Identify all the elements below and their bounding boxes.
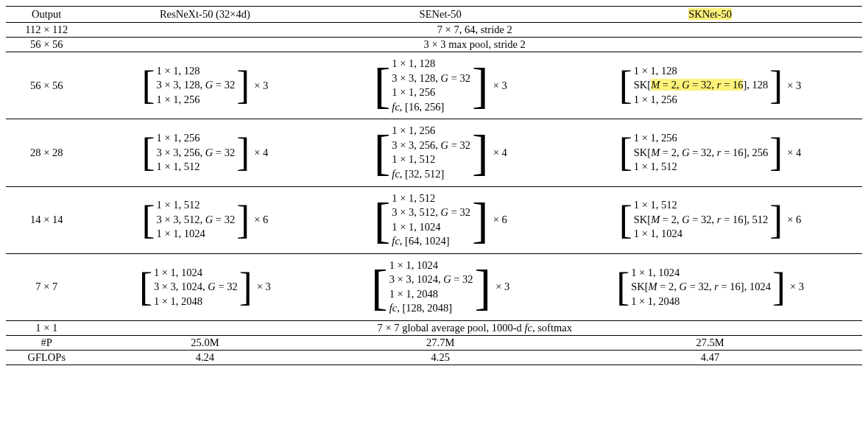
sknet-28-block: [ 1 × 1, 256 SK[M = 2, G = 32, r = 16], … (558, 119, 862, 186)
out-112: 112 × 112 (6, 23, 87, 38)
repeat-count: × 6 (493, 214, 507, 226)
cell-text: SK[M = 2, G = 32, r = 16], 128 (634, 78, 769, 93)
cell-text: 1 × 1, 2048 (389, 287, 438, 302)
repeat-count: × 3 (254, 80, 268, 92)
repeat-count: × 6 (787, 214, 801, 226)
header-senet: SENet-50 (322, 7, 558, 23)
senet-56-block: [ 1 × 1, 128 3 × 3, 128, G = 32 1 × 1, 2… (322, 52, 558, 119)
cell-text: 1 × 1, 256 (634, 131, 677, 146)
cell-text: 1 × 1, 256 (392, 124, 435, 138)
cell-text: 1 × 1, 512 (392, 152, 435, 167)
row-14: 14 × 14 [ 1 × 1, 512 3 × 3, 512, G = 32 … (6, 186, 862, 253)
header-output: Output (6, 7, 87, 23)
cell-text: fc, [64, 1024] (392, 234, 449, 249)
row-112: 112 × 112 7 × 7, 64, stride 2 (6, 23, 862, 38)
header-sknet: SKNet-50 (558, 7, 862, 23)
row-7: 7 × 7 [ 1 × 1, 1024 3 × 3, 1024, G = 32 … (6, 253, 862, 320)
cell-text: 1 × 1, 2048 (154, 295, 202, 309)
params-resnext: 25.0M (87, 336, 322, 351)
out-7: 7 × 7 (6, 253, 87, 320)
cell-text: 3 × 3, 128, G = 32 (157, 78, 236, 93)
maxpool: 3 × 3 max pool, stride 2 (87, 38, 862, 52)
cell-text: 1 × 1, 512 (634, 198, 677, 213)
cell-text: 1 × 1, 1024 (157, 227, 205, 242)
architecture-table: Output ResNeXt-50 (32×4d) SENet-50 SKNet… (6, 6, 862, 365)
cell-text: 1 × 1, 1024 (634, 227, 682, 242)
senet-7-block: [ 1 × 1, 1024 3 × 3, 1024, G = 32 1 × 1,… (322, 253, 558, 320)
repeat-count: × 4 (787, 147, 801, 159)
gflops-label: GFLOPs (6, 351, 87, 365)
cell-text: 1 × 1, 1024 (392, 220, 440, 235)
params-sknet: 27.5M (558, 336, 862, 351)
repeat-count: × 3 (493, 80, 507, 92)
cell-text: 1 × 1, 256 (634, 93, 677, 108)
out-56-pool: 56 × 56 (6, 38, 87, 52)
senet-14-block: [ 1 × 1, 512 3 × 3, 512, G = 32 1 × 1, 1… (322, 186, 558, 253)
cell-text: 3 × 3, 256, G = 32 (392, 138, 470, 153)
row-28: 28 × 28 [ 1 × 1, 256 3 × 3, 256, G = 32 … (6, 119, 862, 186)
sknet-14-block: [ 1 × 1, 512 SK[M = 2, G = 32, r = 16], … (558, 186, 862, 253)
resnext-7-block: [ 1 × 1, 1024 3 × 3, 1024, G = 32 1 × 1,… (87, 253, 322, 320)
out-1: 1 × 1 (6, 321, 87, 336)
cell-text: 1 × 1, 1024 (631, 266, 680, 281)
repeat-count: × 6 (254, 214, 268, 226)
cell-text: 1 × 1, 256 (157, 131, 200, 146)
cell-text: 1 × 1, 1024 (389, 258, 438, 273)
sknet-7-block: [ 1 × 1, 1024 SK[M = 2, G = 32, r = 16],… (558, 253, 862, 320)
row-56-pool: 56 × 56 3 × 3 max pool, stride 2 (6, 38, 862, 52)
repeat-count: × 4 (493, 147, 507, 159)
sknet-56-block: [ 1 × 1, 128 SK[M = 2, G = 32, r = 16], … (558, 52, 862, 119)
gflops-senet: 4.25 (322, 351, 558, 365)
cell-text: 3 × 3, 128, G = 32 (392, 71, 470, 86)
row-56: 56 × 56 [ 1 × 1, 128 3 × 3, 128, G = 32 … (6, 52, 862, 119)
cell-text: 1 × 1, 128 (157, 64, 200, 79)
repeat-count: × 4 (254, 147, 268, 159)
cell-text: SK[M = 2, G = 32, r = 16], 512 (634, 213, 769, 228)
row-gflops: GFLOPs 4.24 4.25 4.47 (6, 351, 862, 365)
cell-text: 1 × 1, 512 (634, 160, 677, 175)
cell-text: 1 × 1, 128 (634, 64, 677, 79)
cell-text: fc, [32, 512] (392, 167, 444, 182)
gflops-resnext: 4.24 (87, 351, 322, 365)
out-14: 14 × 14 (6, 186, 87, 253)
global-pool-fc: 7 × 7 global average pool, 1000-d fc, so… (87, 321, 862, 336)
cell-text: fc, [128, 2048] (389, 301, 452, 316)
repeat-count: × 3 (790, 281, 804, 293)
cell-text: fc, [16, 256] (392, 100, 444, 115)
repeat-count: × 3 (257, 281, 271, 293)
cell-text: 3 × 3, 1024, G = 32 (154, 280, 238, 295)
cell-text: 1 × 1, 256 (392, 85, 435, 100)
cell-text: 1 × 1, 128 (392, 57, 435, 71)
cell-text: 3 × 3, 256, G = 32 (157, 146, 236, 161)
resnext-28-block: [ 1 × 1, 256 3 × 3, 256, G = 32 1 × 1, 5… (87, 119, 322, 186)
cell-text: SK[M = 2, G = 32, r = 16], 1024 (631, 280, 771, 295)
row-params: #P 25.0M 27.7M 27.5M (6, 336, 862, 351)
cell-text: SK[M = 2, G = 32, r = 16], 256 (634, 146, 769, 161)
header-resnext: ResNeXt-50 (32×4d) (87, 7, 322, 23)
params-senet: 27.7M (322, 336, 558, 351)
resnext-14-block: [ 1 × 1, 512 3 × 3, 512, G = 32 1 × 1, 1… (87, 186, 322, 253)
out-56: 56 × 56 (6, 52, 87, 119)
cell-text: 1 × 1, 512 (157, 160, 200, 175)
cell-text: 1 × 1, 2048 (631, 295, 680, 309)
cell-text: 1 × 1, 512 (392, 191, 435, 206)
cell-text: 1 × 1, 256 (157, 93, 200, 108)
row-1: 1 × 1 7 × 7 global average pool, 1000-d … (6, 321, 862, 336)
stem-conv: 7 × 7, 64, stride 2 (87, 23, 862, 38)
cell-text: 3 × 3, 512, G = 32 (157, 213, 236, 228)
table-header-row: Output ResNeXt-50 (32×4d) SENet-50 SKNet… (6, 7, 862, 23)
repeat-count: × 3 (787, 80, 801, 92)
repeat-count: × 3 (495, 281, 509, 293)
cell-text: 1 × 1, 512 (157, 198, 200, 213)
cell-text: 1 × 1, 1024 (154, 266, 202, 281)
cell-text: 3 × 3, 512, G = 32 (392, 205, 470, 220)
params-label: #P (6, 336, 87, 351)
resnext-56-block: [ 1 × 1, 128 3 × 3, 128, G = 32 1 × 1, 2… (87, 52, 322, 119)
gflops-sknet: 4.47 (558, 351, 862, 365)
cell-text: 3 × 3, 1024, G = 32 (389, 272, 473, 287)
header-sknet-highlight: SKNet-50 (688, 8, 732, 20)
out-28: 28 × 28 (6, 119, 87, 186)
senet-28-block: [ 1 × 1, 256 3 × 3, 256, G = 32 1 × 1, 5… (322, 119, 558, 186)
